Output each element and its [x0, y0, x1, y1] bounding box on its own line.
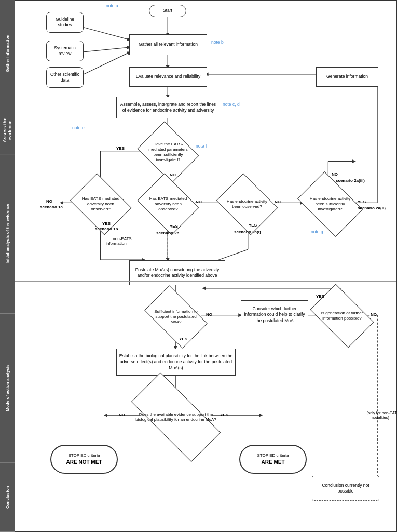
sidebar-initial: Initial analysis of the evidence [0, 154, 15, 314]
scenario-2b-label: scenario 2b [156, 231, 179, 235]
sidebar-moa: Mode of action analysis [0, 314, 15, 463]
note-e: note e [72, 125, 85, 130]
no-scenario1a-label: NO [46, 199, 52, 204]
yes-scenario1b-label: YES [102, 221, 111, 226]
section-divider-4 [15, 440, 396, 440]
establish-node: Establish the biological plausibility fo… [116, 349, 236, 376]
scenario-2aiii-label: scenario 2a(iii) [336, 178, 365, 183]
other-scientific-node: Other scientific data [46, 67, 84, 88]
note-g: note g [311, 229, 323, 234]
consider-further-node: Consider which further information could… [241, 300, 308, 329]
sidebar: Gather information Assess the evidence I… [0, 0, 15, 532]
sidebar-assess: Assess the evidence [0, 107, 15, 154]
only-non-eats-label: (only for non-EATS modalities) [360, 406, 397, 424]
svg-line-2 [77, 52, 129, 77]
scenario-1a-label: scenario 1a [40, 205, 63, 209]
systematic-review-node: Systematic review [46, 41, 84, 61]
page-wrapper: Gather information Assess the evidence I… [0, 0, 397, 532]
note-b: note b [211, 39, 224, 45]
no-label-eats2-right: NO [196, 200, 202, 204]
yes-label-eats-left: YES [116, 146, 125, 151]
yes-scenario2aii-label: YES [358, 200, 366, 204]
stop-not-met-node: STOP ED criteria ARE NOT MET [50, 445, 118, 474]
section-divider-1 [15, 89, 396, 89]
assemble-node: Assemble, assess, intergrate and report … [116, 97, 220, 118]
note-a: note a [106, 3, 118, 8]
guideline-studies-node: Guideline studies [46, 12, 84, 33]
section-divider-3 [15, 281, 396, 282]
no-label-endo-right: NO [275, 200, 281, 204]
yes-scenario2ai-label: YES [249, 223, 257, 228]
no-label-gen-right: NO [371, 312, 377, 317]
diagram-area: Start note a Guideline studies Systemati… [15, 0, 397, 532]
note-c-d: note c, d [223, 102, 240, 107]
sidebar-conclusion: Conclusion [0, 463, 15, 532]
scenario-2aii-label: scenario 2a(ii) [358, 206, 386, 210]
note-f: note f [196, 143, 207, 149]
evaluate-node: Evaluate relevance and reliability [129, 67, 207, 87]
start-node: Start [149, 5, 186, 17]
sidebar-gather: Gather information [0, 0, 15, 107]
section-divider-2 [15, 124, 396, 124]
svg-line-1 [77, 47, 129, 52]
yes-label-gen-up: YES [316, 294, 324, 299]
yes-scenario2b-label: YES [170, 224, 178, 229]
no-label-suf-right: NO [206, 312, 212, 317]
no-label-evidence-left: NO [119, 413, 125, 417]
generate-info-node: Generate information [316, 67, 378, 87]
no-label-eats-below: NO [170, 172, 176, 177]
no-scenario2aiii-label: NO [332, 172, 338, 177]
stop-met-node: STOP ED criteria ARE MET [239, 445, 307, 474]
scenario-2ai-label: scenario 2a(I) [234, 230, 261, 234]
conclusion-impossible-node: Conclusion currently not possible [312, 476, 379, 501]
scenario-1b-label: scenario 1b [95, 227, 118, 231]
yes-label-evidence-right: YES [220, 413, 228, 417]
gather-info-node: Gather all relevant information [129, 34, 207, 55]
svg-line-0 [77, 25, 129, 39]
yes-label-suf-down: YES [179, 337, 187, 341]
non-eats-label: non-EATS information [106, 232, 132, 250]
